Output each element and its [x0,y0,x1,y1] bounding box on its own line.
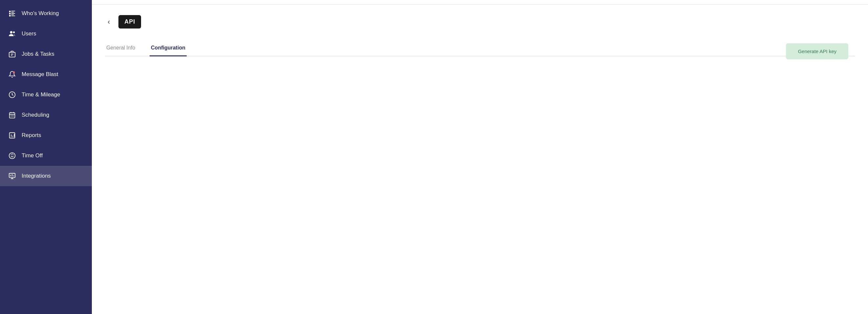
sidebar-item-label-integrations: Integrations [22,173,51,179]
sidebar-item-scheduling[interactable]: Scheduling [0,105,92,125]
main-content: ‹ API General Info Configuration Generat… [92,0,868,314]
top-bar [92,0,868,5]
users-icon [8,30,17,38]
scheduling-icon [8,111,17,119]
sidebar-item-integrations[interactable]: Integrations [0,166,92,186]
sidebar-item-label-jobs-tasks: Jobs & Tasks [22,51,55,57]
api-badge: API [118,15,141,29]
sidebar-item-time-mileage[interactable]: Time & Mileage [0,84,92,105]
svg-rect-0 [9,11,11,12]
content-area: ‹ API General Info Configuration Generat… [92,5,868,314]
tabs: General Info Configuration [105,42,855,57]
integrations-icon [8,172,17,180]
sidebar-item-label-scheduling: Scheduling [22,112,49,118]
svg-rect-1 [9,13,11,14]
svg-rect-7 [11,15,15,16]
sidebar-item-users[interactable]: Users [0,24,92,44]
time-mileage-icon [8,91,17,99]
page-header: ‹ API [105,15,855,29]
svg-rect-2 [9,15,11,17]
svg-point-21 [13,115,14,116]
tab-general-info[interactable]: General Info [105,42,136,57]
sidebar-item-label-users: Users [22,31,36,37]
svg-point-20 [12,115,13,116]
sidebar-item-message-blast[interactable]: Message Blast [0,64,92,84]
svg-rect-6 [11,14,14,15]
time-off-icon [8,151,17,160]
svg-rect-3 [11,11,15,11]
svg-point-13 [13,71,15,73]
svg-point-8 [10,31,12,33]
sidebar: Who's Working Users Jobs & Tasks [0,0,92,314]
message-blast-icon [8,70,17,79]
whos-working-icon [8,9,17,18]
sidebar-item-time-off[interactable]: Time Off [0,145,92,166]
sidebar-item-label-reports: Reports [22,132,41,139]
reports-icon [8,131,17,140]
svg-rect-15 [9,113,15,118]
sidebar-item-label-time-mileage: Time & Mileage [22,92,60,98]
sidebar-item-label-message-blast: Message Blast [22,71,58,78]
svg-point-9 [13,31,15,33]
jobs-tasks-icon [8,50,17,58]
tab-configuration[interactable]: Configuration [150,42,187,57]
sidebar-item-jobs-tasks[interactable]: Jobs & Tasks [0,44,92,64]
svg-rect-5 [11,13,15,14]
sidebar-item-reports[interactable]: Reports [0,125,92,145]
generate-api-key-button[interactable]: Generate API key [786,43,848,59]
svg-point-19 [10,115,11,116]
back-button[interactable]: ‹ [105,17,113,27]
svg-rect-4 [11,12,14,12]
sidebar-item-whos-working[interactable]: Who's Working [0,3,92,24]
sidebar-item-label-whos-working: Who's Working [22,10,59,17]
sidebar-item-label-time-off: Time Off [22,152,43,159]
svg-rect-10 [9,53,15,57]
